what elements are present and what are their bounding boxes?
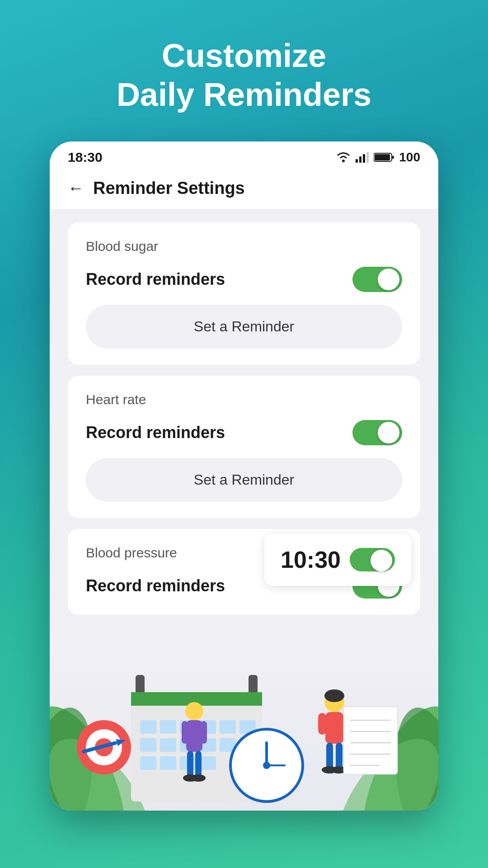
blood-sugar-toggle[interactable]	[352, 267, 402, 292]
svg-rect-2	[359, 156, 361, 163]
header-section: Customize Daily Reminders	[117, 36, 371, 114]
svg-rect-20	[140, 720, 156, 734]
blood-sugar-set-reminder-button[interactable]: Set a Reminder	[86, 305, 402, 349]
svg-point-41	[185, 702, 203, 720]
heart-rate-toggle-knob	[378, 422, 399, 443]
phone-frame: 18:30 100	[50, 142, 438, 811]
top-bar: ← Reminder Settings	[50, 170, 438, 209]
svg-rect-1	[356, 159, 358, 163]
svg-point-48	[191, 774, 206, 782]
svg-rect-42	[186, 720, 202, 752]
blood-pressure-card-wrapper: Blood pressure Record reminders 10:30	[68, 529, 420, 615]
svg-rect-4	[366, 152, 369, 163]
page-title: Reminder Settings	[93, 179, 245, 198]
svg-rect-7	[392, 156, 394, 159]
blood-sugar-title: Blood sugar	[86, 239, 402, 254]
svg-rect-6	[375, 154, 390, 160]
svg-rect-55	[325, 712, 343, 744]
svg-rect-35	[200, 756, 216, 770]
svg-rect-21	[160, 720, 176, 734]
blood-sugar-toggle-knob	[378, 269, 399, 290]
illustration-svg	[50, 639, 438, 811]
time-badge-toggle-knob	[371, 550, 392, 571]
battery-label: 100	[399, 150, 420, 165]
blood-pressure-toggle-label: Record reminders	[86, 576, 225, 595]
svg-rect-56	[318, 713, 326, 735]
back-button[interactable]: ←	[68, 179, 84, 198]
svg-point-54	[324, 689, 344, 702]
svg-rect-44	[201, 721, 207, 744]
illustration-area	[50, 639, 438, 811]
heart-rate-toggle-row: Record reminders	[86, 420, 402, 445]
svg-rect-60	[326, 743, 333, 770]
time-badge-text: 10:30	[281, 546, 341, 573]
header-line1: Customize	[117, 36, 371, 75]
time-badge: 10:30	[264, 533, 411, 586]
heart-rate-toggle-label: Record reminders	[86, 423, 225, 442]
svg-rect-26	[140, 738, 156, 752]
wifi-icon	[336, 151, 351, 163]
status-bar: 18:30 100	[50, 142, 438, 170]
heart-rate-card: Heart rate Record reminders Set a Remind…	[68, 376, 420, 518]
svg-rect-46	[195, 751, 202, 778]
battery-icon	[374, 152, 394, 163]
svg-rect-64	[343, 707, 398, 774]
svg-rect-32	[140, 756, 156, 770]
signal-icon	[356, 152, 369, 163]
svg-point-0	[342, 160, 345, 162]
svg-rect-27	[160, 738, 176, 752]
svg-rect-45	[187, 751, 193, 778]
heart-rate-toggle[interactable]	[352, 420, 402, 445]
blood-sugar-toggle-label: Record reminders	[86, 270, 225, 289]
heart-rate-set-reminder-button[interactable]: Set a Reminder	[86, 458, 402, 502]
svg-rect-24	[220, 720, 236, 734]
svg-rect-43	[182, 721, 188, 744]
svg-rect-61	[336, 743, 343, 770]
svg-rect-33	[160, 756, 176, 770]
status-icons: 100	[336, 150, 420, 165]
blood-sugar-card: Blood sugar Record reminders Set a Remin…	[68, 222, 420, 365]
status-time: 18:30	[68, 150, 103, 165]
heart-rate-title: Heart rate	[86, 392, 402, 407]
time-badge-toggle[interactable]	[350, 548, 395, 571]
blood-sugar-toggle-row: Record reminders	[86, 267, 402, 292]
svg-rect-3	[363, 154, 365, 163]
header-line2: Daily Reminders	[117, 75, 371, 114]
